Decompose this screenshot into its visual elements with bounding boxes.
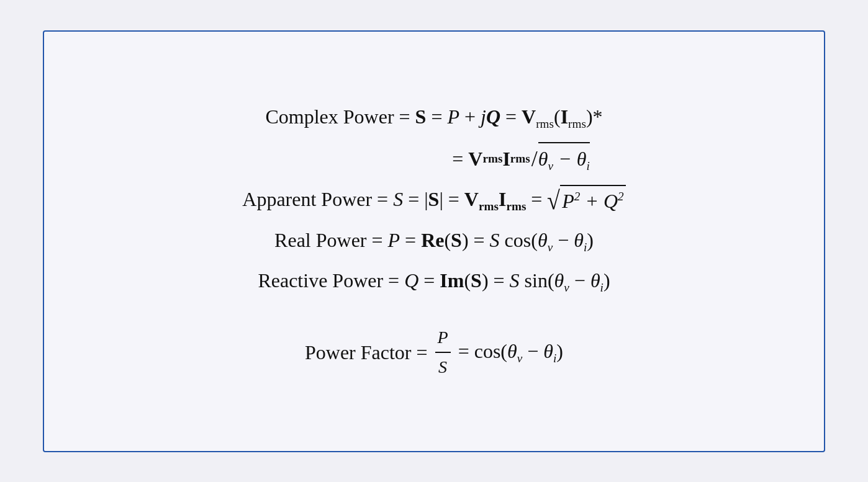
irms2-sub: rms <box>510 150 530 168</box>
real-power-text: Real Power = P = Re(S) = S cos(θv − θi) <box>274 225 594 257</box>
vrms-sub: rms <box>536 117 554 130</box>
vrms-bold: V <box>468 144 482 174</box>
sqrt-radical: √ <box>547 187 560 213</box>
sqrt-expression: √ P2 + Q2 <box>547 185 625 216</box>
power-factor-label: Power Factor = <box>305 337 433 367</box>
fraction-denominator: S <box>436 353 450 380</box>
real-power-line: Real Power = P = Re(S) = S cos(θv − θi) <box>274 225 594 257</box>
apparent-power-group: Apparent Power = S = |S| = VrmsIrms = √ … <box>81 184 787 216</box>
reactive-power-text: Reactive Power = Q = Im(S) = S sin(θv − … <box>258 266 610 297</box>
theta-i-sub: i <box>586 160 589 173</box>
sqrt-content: P2 + Q2 <box>560 185 625 216</box>
angle-content: θv − θi <box>538 142 590 176</box>
irms-sub: rms <box>568 117 586 130</box>
complex-power-line: Complex Power = S = P + jQ = Vrms(Irms)* <box>265 102 602 133</box>
equals-sign: = <box>452 144 468 174</box>
reactive-power-line: Reactive Power = Q = Im(S) = S sin(θv − … <box>258 266 610 297</box>
vrms2-sub: rms <box>482 150 502 168</box>
irms-bold: I <box>502 144 510 174</box>
formula-section: Complex Power = S = P + jQ = Vrms(Irms)*… <box>81 102 787 380</box>
angle-line: = Vrms Irms / θv − θi <box>452 142 589 176</box>
power-factor-line: Power Factor = P S = cos(θv − θi) <box>305 324 563 380</box>
apparent-power-text: Apparent Power = S = |S| = VrmsIrms = <box>242 184 547 216</box>
fraction-numerator: P <box>435 324 451 353</box>
formula-box: Complex Power = S = P + jQ = Vrms(Irms)*… <box>43 30 825 452</box>
angle-symbol: / <box>531 142 538 176</box>
pf-fraction: P S <box>435 324 451 380</box>
power-factor-rhs: = cos(θv − θi) <box>453 336 563 368</box>
apparent-power-line: Apparent Power = S = |S| = VrmsIrms = √ … <box>242 184 625 216</box>
complex-power-text: Complex Power = S = P + jQ = Vrms(Irms)* <box>265 102 602 133</box>
theta-v-sub: v <box>548 160 554 173</box>
